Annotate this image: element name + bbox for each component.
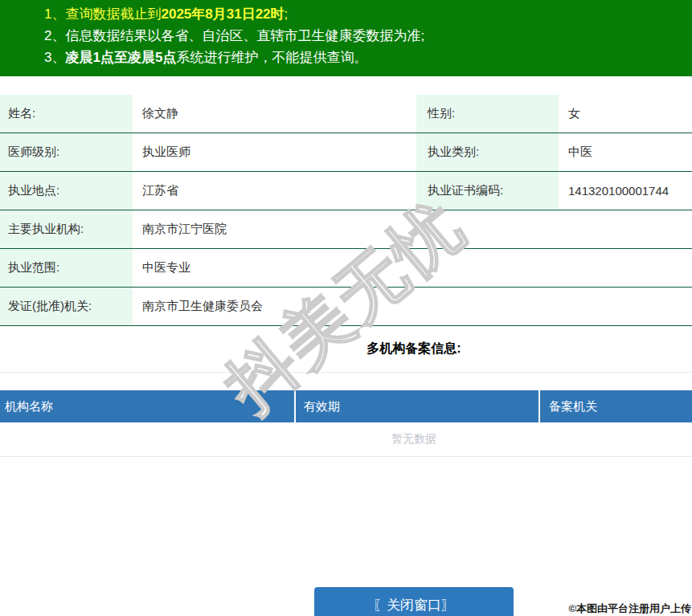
page: 1、查询数据截止到2025年8月31日22时; 2、信息数据结果以各省、自治区、… (0, 0, 692, 616)
field-label-issuing-authority: 发证(批准)机关: (0, 288, 133, 325)
notice-text: 信息数据结果以各省、自治区、直辖市卫生健康委数据为准; (65, 28, 424, 43)
table-row: 发证(批准)机关: 南京市卫生健康委员会 (0, 288, 692, 326)
notice-line-3: 3、凌晨1点至凌晨5点系统进行维护，不能提供查询。 (0, 47, 692, 68)
notice-line-number: 2、 (44, 28, 65, 43)
field-value-doctor-level: 执业医师 (133, 133, 416, 171)
records-table-header: 机构名称 有效期 备案机关 (0, 390, 692, 422)
records-col-filing-authority: 备案机关 (540, 390, 692, 422)
records-col-institution-name: 机构名称 (0, 390, 296, 422)
table-row: 姓名: 徐文静 性别: 女 (0, 95, 692, 133)
field-value-name: 徐文静 (133, 95, 416, 133)
empty-data-text: 暂无数据 (0, 422, 692, 457)
field-label-name: 姓名: (0, 95, 133, 133)
notice-text-bold: 2025年8月31日22时 (161, 6, 284, 22)
field-label-main-institution: 主要执业机构: (0, 210, 133, 248)
field-value-issuing-authority: 南京市卫生健康委员会 (133, 288, 692, 325)
field-value-practice-category: 中医 (559, 133, 692, 171)
field-label-gender: 性别: (416, 95, 559, 133)
table-row: 医师级别: 执业医师 执业类别: 中医 (0, 133, 692, 172)
close-window-button[interactable]: 〖关闭窗口〗 (314, 587, 514, 616)
field-value-gender: 女 (559, 95, 692, 133)
field-value-practice-scope: 中医专业 (133, 249, 692, 287)
query-result-window: 1、查询数据截止到2025年8月31日22时; 2、信息数据结果以各省、自治区、… (0, 0, 692, 616)
notice-line-2: 2、信息数据结果以各省、自治区、直辖市卫生健康委数据为准; (0, 25, 692, 47)
notice-text: ; (285, 6, 289, 22)
notice-banner: 1、查询数据截止到2025年8月31日22时; 2、信息数据结果以各省、自治区、… (0, 0, 692, 76)
table-row: 执业范围: 中医专业 (0, 249, 692, 288)
field-label-doctor-level: 医师级别: (0, 133, 133, 171)
field-label-practice-category: 执业类别: (416, 133, 559, 171)
notice-text: 系统进行维护，不能提供查询。 (176, 50, 367, 65)
notice-line-1: 1、查询数据截止到2025年8月31日22时; (0, 3, 692, 25)
section-title-multi-institution: 多机构备案信息: (0, 326, 692, 373)
notice-text: 查询数据截止到 (65, 6, 161, 22)
notice-text-bold: 凌晨1点至凌晨5点 (65, 50, 176, 65)
field-label-practice-scope: 执业范围: (0, 249, 133, 287)
field-value-certificate-code: 141320100001744 (559, 172, 692, 210)
table-row: 主要执业机构: 南京市江宁医院 (0, 210, 692, 249)
upload-caption: ©本图由平台注册用户上传 (568, 602, 691, 616)
field-value-practice-location: 江苏省 (133, 172, 416, 210)
notice-line-number: 3、 (44, 50, 65, 65)
field-value-main-institution: 南京市江宁医院 (133, 210, 692, 248)
table-row: 执业地点: 江苏省 执业证书编码: 141320100001744 (0, 172, 692, 210)
field-label-certificate-code: 执业证书编码: (416, 172, 559, 210)
records-col-validity-period: 有效期 (296, 390, 540, 422)
field-label-practice-location: 执业地点: (0, 172, 133, 210)
practitioner-info-table: 姓名: 徐文静 性别: 女 医师级别: 执业医师 执业类别: 中医 执业地点: … (0, 95, 692, 326)
notice-line-number: 1、 (44, 6, 65, 22)
